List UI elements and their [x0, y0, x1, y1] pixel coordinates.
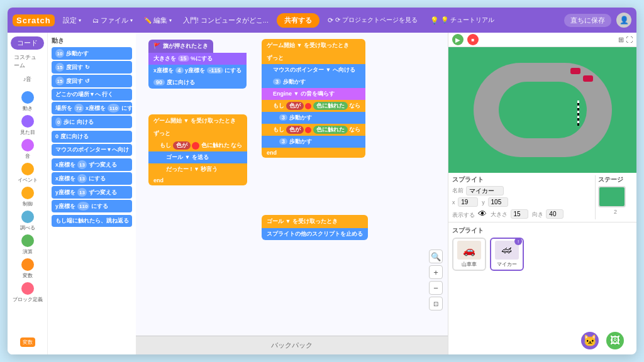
block-if-color3[interactable]: もし 色が 色に触れた なら: [262, 124, 365, 136]
control-dot: [21, 187, 34, 199]
block-point-mouse[interactable]: マウスのポインター ▼ へ向ける: [262, 64, 365, 76]
sprite-dir-input[interactable]: [546, 209, 564, 219]
color-red-dot2: [305, 103, 311, 109]
color-red-dot3: [305, 127, 311, 133]
zoom-out-btn[interactable]: −: [429, 281, 443, 295]
add-sprite-button[interactable]: 🐱: [581, 332, 599, 349]
block-sety[interactable]: y座標を 110 にする: [52, 200, 132, 212]
track-display: [461, 53, 624, 167]
block-forever-3[interactable]: ずっと: [262, 52, 365, 64]
magnify-btn[interactable]: 🔍: [429, 250, 443, 263]
header: Scratch 設定 ▾ 🗂 ファイル ▾ ✏️ 編集 ▾ 入門! コンピュータ…: [8, 8, 636, 33]
block-group-1: 🚩 旗が押されたとき 大きさを 15 %にする x座標を 4 y座標を -115…: [148, 39, 247, 89]
sprite-section-title: スプライト: [452, 175, 592, 184]
tab-code[interactable]: コード: [11, 36, 44, 50]
category-control[interactable]: 制御: [11, 187, 44, 207]
block-move-3[interactable]: 3 歩動かす: [262, 76, 365, 88]
category-myblock[interactable]: ブロック定義: [11, 282, 44, 303]
block-point-toward[interactable]: マウスのポインター▼へ向け: [52, 144, 132, 156]
blocks-canvas: 🚩 旗が押されたとき 大きさを 15 %にする x座標を 4 y座標を -115…: [136, 33, 448, 336]
backpack-bar: バックパック: [136, 336, 448, 354]
add-backdrop-button[interactable]: 🖼: [606, 332, 624, 349]
block-if-color2[interactable]: もし 色が 色に触れた なら: [262, 100, 365, 112]
sprite-items: 🚗 山車車 🏎 ! マイカー: [452, 238, 633, 271]
block-stop-scripts[interactable]: スプライトの他のスクリプトを止める: [262, 228, 368, 240]
tutorial-link2[interactable]: 💡 💡 チュートリアル: [426, 14, 499, 26]
block-goto[interactable]: どこかの場所▼へ 行く: [52, 89, 132, 101]
block-end-3[interactable]: end: [262, 148, 365, 158]
block-move[interactable]: 10 歩動かす: [52, 47, 132, 60]
show-sprite-toggle[interactable]: 👁: [478, 209, 487, 219]
block-turn-l[interactable]: 15 度回す ↺: [52, 75, 132, 87]
block-send-goal[interactable]: ゴール ▼ を送る: [148, 151, 247, 163]
menu-file[interactable]: 🗂 ファイル ▾: [88, 14, 137, 27]
backdrop-title: ステージ: [598, 175, 633, 184]
save-button[interactable]: 直ちに保存: [564, 14, 611, 27]
zoom-reset-btn[interactable]: ⊡: [429, 297, 443, 310]
category-event[interactable]: イベント: [11, 163, 44, 184]
car-sprite-1: [583, 75, 593, 82]
tutorial-link[interactable]: 入門! コンピュータがどこ...: [179, 14, 273, 27]
hat-block-4[interactable]: ゴール ▼ を受け取ったとき: [262, 215, 368, 228]
zoom-in-btn[interactable]: +: [429, 265, 443, 279]
tab-sound[interactable]: ♪音: [17, 74, 38, 85]
sprite-name-input[interactable]: [466, 186, 504, 195]
hat-block-2[interactable]: ゲーム開始 ▼ を受け取ったとき: [148, 114, 247, 128]
hat-block-3[interactable]: ゲーム開始 ▼ を受け取ったとき: [262, 39, 365, 52]
block-setdirection[interactable]: 90 度に向ける: [148, 77, 247, 89]
canvas-area: 🚩 旗が押されたとき 大きさを 15 %にする x座標を 4 y座標を -115…: [136, 33, 448, 354]
menu-settings[interactable]: 設定 ▾: [58, 14, 86, 27]
block-changey[interactable]: y座標を 13 ずつ変える: [52, 186, 132, 199]
block-turn-r[interactable]: 15 度回す ↻: [52, 61, 132, 74]
small-stage-btn[interactable]: ⊞: [618, 36, 624, 44]
stop-button[interactable]: ■: [467, 34, 479, 45]
menu-edit[interactable]: ✏️ 編集 ▾: [140, 14, 176, 27]
block-point[interactable]: 0 度に向ける: [52, 131, 132, 143]
block-end-2[interactable]: end: [148, 175, 247, 185]
sprite-y-input[interactable]: [488, 197, 508, 207]
sprite-item-2[interactable]: 🏎 ! マイカー: [490, 238, 524, 271]
sprite-item-1[interactable]: 🚗 山車車: [452, 238, 486, 271]
block-changex[interactable]: x座標を 13 ずつ変える: [52, 158, 132, 171]
track-inner: [499, 82, 587, 138]
block-sound[interactable]: Engine ▼ の音を鳴らす: [262, 88, 365, 100]
block-forever-2[interactable]: ずっと: [148, 128, 247, 140]
backdrop-count: 2: [598, 209, 633, 215]
block-setsize[interactable]: 大きさを 15 %にする: [148, 53, 247, 65]
category-motion[interactable]: 動き: [11, 91, 44, 112]
block-move-inner[interactable]: 3 歩動かす: [262, 112, 365, 124]
block-if-color[interactable]: もし 色が 色に触れた なら: [148, 140, 247, 151]
sprite-badge: !: [514, 238, 522, 245]
share-button[interactable]: 共有する: [277, 13, 319, 28]
block-glide[interactable]: 0 歩に 向ける: [52, 116, 132, 128]
category-variable[interactable]: 変数: [11, 258, 44, 279]
project-page-link[interactable]: ⟳ ⟳ プロジェクトページを見る: [323, 14, 422, 26]
avatar[interactable]: 👤: [616, 13, 631, 28]
block-setxy[interactable]: 場所を 72 x座標を 110 にする: [52, 102, 132, 114]
stage-toolbar: ▶ ■ ⊞ ⛶: [448, 33, 636, 47]
operator-dot: [21, 234, 34, 247]
sprite-name-row: 名前: [452, 186, 592, 195]
block-move-inner2[interactable]: 3 歩動かす: [262, 136, 365, 148]
category-looks[interactable]: 見た目: [11, 115, 44, 136]
motion-dot: [21, 91, 34, 104]
block-say-time[interactable]: だったー ! ▼ 秒言う: [148, 163, 247, 175]
block-bounce[interactable]: もし端に触れたら、跳ね返る: [52, 215, 132, 227]
looks-dot: [21, 115, 34, 128]
variable-panel: 変数: [18, 335, 38, 351]
green-flag-button[interactable]: ▶: [452, 34, 464, 45]
block-setx[interactable]: x座標を 13 にする: [52, 172, 132, 185]
hat-block-1[interactable]: 🚩 旗が押されたとき: [148, 40, 213, 53]
sprite-x-input[interactable]: [458, 197, 478, 207]
stage-backdrop-thumb[interactable]: [598, 186, 626, 207]
sprite-size-input[interactable]: [511, 209, 528, 219]
category-sensing[interactable]: 調べる: [11, 211, 44, 231]
category-sound[interactable]: 音: [11, 139, 44, 160]
edit-icon: ✏️: [144, 17, 152, 24]
header-menu: 設定 ▾ 🗂 ファイル ▾ ✏️ 編集 ▾ 入門! コンピュータがどこ...: [58, 14, 273, 27]
block-setxyval[interactable]: x座標を 4 y座標を -115 にする: [148, 65, 247, 77]
category-operator[interactable]: 演算: [11, 234, 44, 255]
big-stage-btn[interactable]: ⛶: [626, 36, 633, 44]
var-display: 変数: [20, 337, 35, 347]
tab-costume[interactable]: コスチューム: [8, 52, 47, 72]
